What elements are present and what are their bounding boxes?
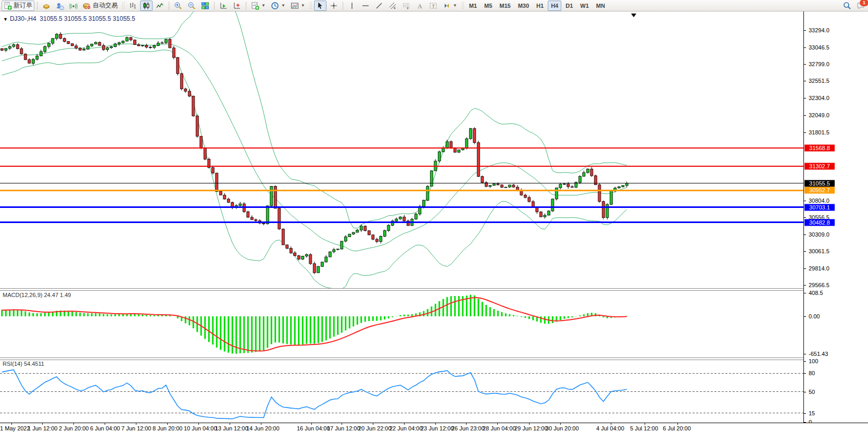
time-label: 13 Jun 12:00 <box>215 425 248 431</box>
axis-tick-label: 30061.5 <box>809 248 829 254</box>
equidistant-channel-icon: E <box>388 2 397 10</box>
timeframe-mn-button[interactable]: MN <box>593 1 608 11</box>
axis-tick-mark <box>804 81 806 81</box>
arrows-icon <box>443 2 451 10</box>
fibonacci-icon: F <box>402 2 410 10</box>
time-tick-mark <box>105 423 105 425</box>
time-label: 7 Jun 12:00 <box>121 425 152 431</box>
search-icon[interactable] <box>843 2 851 10</box>
market-watch-button[interactable] <box>40 1 53 11</box>
timeframe-h1-button[interactable]: H1 <box>533 1 547 11</box>
macd-panel-canvas[interactable] <box>0 290 803 357</box>
axis-tick-mark <box>804 115 806 116</box>
time-tick-mark <box>466 423 467 425</box>
text-button[interactable]: A <box>413 1 426 11</box>
time-tick-mark <box>497 423 498 425</box>
axis-tick-mark <box>804 201 806 201</box>
time-tick-mark <box>645 423 645 425</box>
timeframe-d1-button[interactable]: D1 <box>562 1 576 11</box>
dropdown-caret: ▼ <box>453 3 457 8</box>
text-label-button[interactable]: T <box>427 1 439 11</box>
time-label: 28 Jun 04:00 <box>483 425 516 431</box>
time-tick-mark <box>73 423 74 425</box>
equidistant-channel-button[interactable]: E <box>386 1 399 11</box>
zoom-in-button[interactable] <box>172 1 184 11</box>
trendline-icon <box>375 2 383 10</box>
horizontal-line-icon <box>361 2 370 10</box>
price-level-chip: 30952.7 <box>804 187 835 194</box>
time-tick-mark <box>560 423 561 425</box>
new-order-icon <box>4 2 12 10</box>
new-order-label: 新订单 <box>14 1 32 10</box>
axis-tick-mark <box>804 217 806 218</box>
signals-button[interactable] <box>67 1 80 11</box>
axis-tick-label: 15 <box>809 410 815 416</box>
axis-tick-label: 29566.5 <box>809 282 829 288</box>
axis-tick-mark <box>804 268 806 269</box>
timeframe-h4-button[interactable]: H4 <box>548 1 561 11</box>
new-chart-icon <box>251 2 259 10</box>
axis-tick-mark <box>804 251 806 252</box>
rsi-panel-canvas[interactable] <box>0 359 803 423</box>
new-chart-dropdown[interactable]: ▼ <box>249 1 268 11</box>
vertical-line-icon <box>348 2 356 10</box>
time-tick-mark <box>167 423 168 425</box>
auto-trading-button[interactable]: 自动交易 <box>81 1 120 11</box>
price-level-chip: 30703.1 <box>804 204 835 211</box>
time-tick-mark <box>342 423 342 425</box>
price-chart-canvas[interactable] <box>0 11 803 288</box>
fibonacci-button[interactable]: F <box>400 1 412 11</box>
trendline-button[interactable] <box>373 1 385 11</box>
timeframe-w1-button[interactable]: W1 <box>577 1 592 11</box>
price-axis: 33294.033046.532799.032551.532304.032049… <box>803 11 868 423</box>
time-label: 8 Jun 20:00 <box>153 425 183 431</box>
auto-scroll-button[interactable] <box>217 1 230 11</box>
svg-text:A: A <box>418 2 422 9</box>
horizontal-line-button[interactable] <box>359 1 372 11</box>
text-label-icon: T <box>429 2 437 10</box>
expand-triangle-icon[interactable]: ▼ <box>3 17 8 22</box>
axis-tick-label: 32304.0 <box>809 95 829 101</box>
axis-tick-mark <box>804 361 806 362</box>
auto-trading-icon <box>83 2 91 10</box>
auto-scroll-icon <box>219 2 228 10</box>
timeframe-m30-button[interactable]: M30 <box>515 1 532 11</box>
time-tick-mark <box>611 423 611 425</box>
arrows-dropdown[interactable]: ▼ <box>441 1 459 11</box>
price-level-chip: 31055.5 <box>804 180 835 187</box>
time-tick-mark <box>261 423 261 425</box>
zoom-out-button[interactable] <box>185 1 198 11</box>
crosshair-button[interactable] <box>328 1 340 11</box>
timeframe-m15-button[interactable]: M15 <box>496 1 513 11</box>
profile-button[interactable] <box>54 1 66 11</box>
chat-button[interactable]: 1 <box>857 2 865 10</box>
chart-shift-button[interactable] <box>231 1 243 11</box>
bar-chart-button[interactable] <box>127 1 139 11</box>
cursor-button[interactable] <box>314 1 326 11</box>
periods-dropdown[interactable]: ▼ <box>269 1 287 11</box>
line-chart-button[interactable] <box>154 1 166 11</box>
axis-tick-mark <box>804 413 806 414</box>
dropdown-caret: ▼ <box>261 3 266 8</box>
templates-dropdown[interactable]: ▼ <box>288 1 307 11</box>
price-level-chip: 30482.8 <box>804 219 835 226</box>
axis-tick-mark <box>804 98 806 98</box>
crosshair-icon <box>330 2 338 10</box>
time-label: 2 Jun 20:00 <box>59 425 89 431</box>
macd-label: MACD(12,26,9) 24.47 1.49 <box>3 292 71 298</box>
tile-windows-button[interactable] <box>199 1 211 11</box>
candlestick-chart-button[interactable] <box>140 1 153 11</box>
timeframe-m1-button[interactable]: M1 <box>466 1 480 11</box>
new-order-button[interactable]: 新订单 <box>2 1 34 11</box>
timeframe-group: M1M5M15M30H1H4D1W1MN <box>466 1 609 11</box>
time-label: 6 Jun 04:00 <box>90 425 120 431</box>
time-label: 14 Jun 20:00 <box>246 425 280 431</box>
timeframe-m5-button[interactable]: M5 <box>481 1 495 11</box>
main-toolbar: 新订单 自动交易 <box>0 0 868 11</box>
axis-tick-mark <box>804 132 806 133</box>
time-label: 31 May 2022 <box>0 425 30 431</box>
axis-tick-label: 29814.0 <box>809 265 829 271</box>
vertical-line-button[interactable] <box>346 1 358 11</box>
dropdown-caret: ▼ <box>301 3 305 8</box>
axis-tick-mark <box>804 47 806 48</box>
